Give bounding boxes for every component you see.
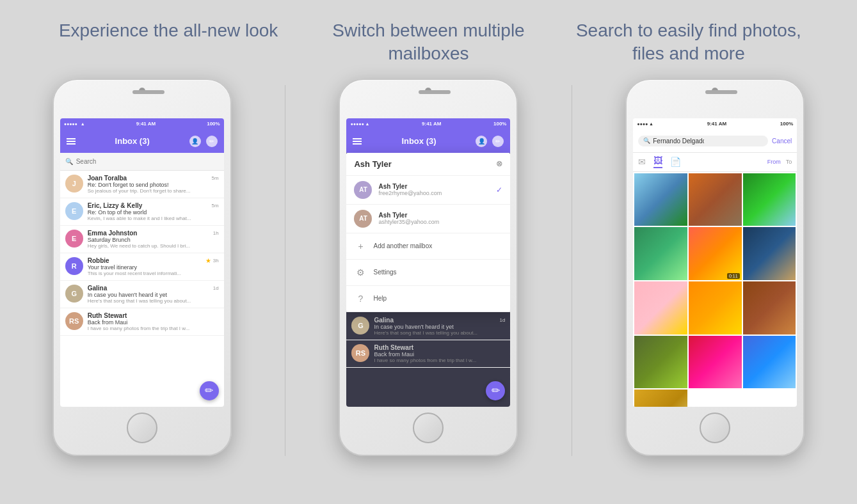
avatar-5: RS xyxy=(65,312,83,330)
email-header-2: Emma Johnston 1h xyxy=(88,230,219,237)
settings-label: Settings xyxy=(373,269,396,276)
email-item-3[interactable]: R Robbie ★ 3h Your travel itinerary This… xyxy=(60,253,224,281)
phone-speaker-1 xyxy=(132,90,164,94)
account-item-2[interactable]: AT Ash Tyler ashtyler35@yahoo.com xyxy=(346,205,510,233)
status-time-2: 9:41 AM xyxy=(422,121,441,127)
account-check-1: ✓ xyxy=(496,185,502,194)
hamburger-icon-1[interactable] xyxy=(67,138,76,145)
profile-icon-2[interactable]: 👤 xyxy=(476,136,487,147)
email-sender-bg-2: Ruth Stewart xyxy=(374,344,413,351)
account-item-1[interactable]: AT Ash Tyler free2rhyme@yahoo.com ✓ xyxy=(346,176,510,205)
to-tab[interactable]: To xyxy=(786,159,792,165)
email-item-4[interactable]: G Galina 1d In case you haven't heard it… xyxy=(60,281,224,308)
email-item-2[interactable]: E Emma Johnston 1h Saturday Brunch Hey g… xyxy=(60,226,224,253)
email-time-bg-1: 1d xyxy=(500,317,506,323)
avatar-4: G xyxy=(65,285,83,303)
phones-row: ●●●●● ▲ 9:41 AM 100% Inbox (3) 👤 ✏ xyxy=(0,72,857,504)
photo-cell-5[interactable]: 0:11 xyxy=(689,227,742,280)
phone-3: ●●●● ▲ 9:41 AM 100% 🔍 Cancel ✉ 🖼 📄 xyxy=(625,79,805,456)
compose-icon-2[interactable]: ✏ xyxy=(492,136,504,147)
account-name-1: Ash Tyler xyxy=(378,183,490,190)
email-header-4: Galina 1d xyxy=(88,285,219,292)
account-email-1: free2rhyme@yahoo.com xyxy=(378,190,490,196)
email-item-bg-1: G Galina 1d In case you haven't heard it… xyxy=(346,313,510,340)
account-name-2: Ash Tyler xyxy=(378,212,502,219)
photo-cell-12[interactable] xyxy=(743,336,796,389)
search-icon-1: 🔍 xyxy=(65,158,73,165)
email-content-bg-2: Ruth Stewart Back from Maui I have so ma… xyxy=(374,344,505,363)
settings-action[interactable]: ⚙ Settings xyxy=(346,260,510,286)
photo-cell-3[interactable] xyxy=(743,173,796,226)
help-action[interactable]: ? Help xyxy=(346,286,510,312)
photo-cell-9[interactable] xyxy=(743,281,796,335)
help-icon: ? xyxy=(354,292,367,305)
email-subject-bg-1: In case you haven't heard it yet xyxy=(374,324,505,330)
filter-tabs-3: ✉ 🖼 📄 From To xyxy=(633,153,797,172)
email-subject-bg-2: Back from Maui xyxy=(374,351,505,358)
nav-title-2: Inbox (3) xyxy=(401,136,436,146)
email-content-0: Joan Toralba 5m Re: Don't forget to send… xyxy=(88,175,219,194)
add-mailbox-label: Add another mailbox xyxy=(373,242,432,249)
dropdown-header: Ash Tyler ⊗ xyxy=(346,153,510,176)
avatar-2: E xyxy=(65,230,83,248)
email-preview-3: This is your most recent travel informat… xyxy=(88,271,219,276)
email-list-1: J Joan Toralba 5m Re: Don't forget to se… xyxy=(60,171,224,336)
email-time-4: 1d xyxy=(213,285,219,291)
filter-file-icon[interactable]: 📄 xyxy=(670,157,681,167)
nav-bar-2: Inbox (3) 👤 ✏ xyxy=(346,130,510,153)
filter-mail-icon[interactable]: ✉ xyxy=(638,157,646,167)
header-title-2: Switch between multiple mailboxes xyxy=(313,19,543,66)
nav-icons-2: 👤 ✏ xyxy=(476,136,504,147)
photo-cell-1[interactable] xyxy=(634,173,687,226)
profile-icon-1[interactable]: 👤 xyxy=(189,136,201,147)
email-subject-0: Re: Don't forget to send photos! xyxy=(88,182,219,188)
search-input-1[interactable] xyxy=(76,158,219,165)
email-content-bg-1: Galina 1d In case you haven't heard it y… xyxy=(374,317,505,336)
photo-cell-7[interactable] xyxy=(634,281,687,335)
search-container-3[interactable]: 🔍 xyxy=(638,136,768,146)
phone-2: ●●●●● ▲ 9:41 AM 100% Inbox (3) 👤 ✏ xyxy=(339,79,518,456)
search-bar-1[interactable]: 🔍 xyxy=(60,153,224,171)
photo-cell-4[interactable] xyxy=(634,227,687,280)
compose-icon-1[interactable]: ✏ xyxy=(206,136,218,147)
page-container: Experience the all-new look Switch betwe… xyxy=(0,0,857,504)
email-header-3: Robbie ★ 3h xyxy=(88,257,219,264)
email-item-5[interactable]: RS Ruth Stewart Back from Maui I have so… xyxy=(60,308,224,336)
photo-cell-2[interactable] xyxy=(689,173,742,226)
fab-1[interactable]: ✏ xyxy=(200,381,219,400)
cancel-button-3[interactable]: Cancel xyxy=(772,138,792,145)
email-sender-4: Galina xyxy=(88,285,108,292)
email-subject-5: Back from Maui xyxy=(88,319,219,326)
photo-cell-10[interactable] xyxy=(634,336,687,389)
from-tab[interactable]: From xyxy=(767,159,781,165)
email-avatar-bg-1: G xyxy=(351,317,369,335)
photo-cell-6[interactable] xyxy=(743,227,796,280)
email-subject-2: Saturday Brunch xyxy=(88,237,219,243)
photo-cell-13[interactable] xyxy=(634,390,687,406)
filter-photo-icon[interactable]: 🖼 xyxy=(653,155,662,168)
settings-icon: ⚙ xyxy=(354,266,367,279)
status-time-3: 9:41 AM xyxy=(707,121,726,127)
phone-speaker-2 xyxy=(419,90,451,94)
search-input-3[interactable] xyxy=(653,138,704,145)
status-dots-1: ●●●●● ▲ xyxy=(64,122,85,126)
status-battery-1: 100% xyxy=(207,121,220,127)
email-item-1[interactable]: E Eric, Lizzy & Kelly 5m Re: On top of t… xyxy=(60,198,224,226)
hamburger-icon-2[interactable] xyxy=(353,138,362,145)
status-time-1: 9:41 AM xyxy=(136,121,156,127)
photo-cell-11[interactable] xyxy=(689,336,742,389)
add-mailbox-action[interactable]: + Add another mailbox xyxy=(346,233,510,260)
photo-cell-8[interactable] xyxy=(689,281,742,335)
email-header-bg-2: Ruth Stewart xyxy=(374,344,505,351)
search-icon-3: 🔍 xyxy=(643,138,650,144)
email-content-5: Ruth Stewart Back from Maui I have so ma… xyxy=(88,312,219,331)
email-preview-2: Hey girls, We need to catch up. Should I… xyxy=(88,243,219,249)
account-avatar-2: AT xyxy=(354,210,372,228)
email-avatar-bg-2: RS xyxy=(351,344,369,362)
email-header-0: Joan Toralba 5m xyxy=(88,175,219,182)
email-preview-4: Here's that song that I was telling you … xyxy=(88,298,219,304)
account-email-2: ashtyler35@yahoo.com xyxy=(378,219,502,225)
nav-icons-1: 👤 ✏ xyxy=(189,136,218,147)
dropdown-close-icon[interactable]: ⊗ xyxy=(496,159,502,168)
email-item-0[interactable]: J Joan Toralba 5m Re: Don't forget to se… xyxy=(60,171,224,198)
